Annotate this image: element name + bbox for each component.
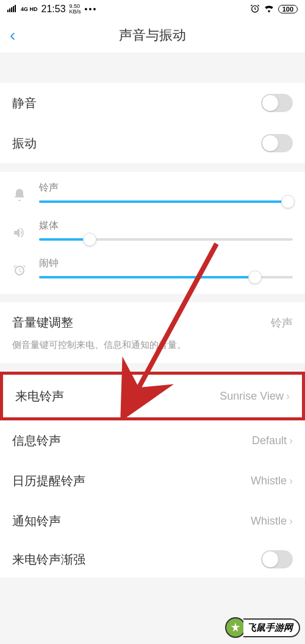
chevron-right-icon: ›	[289, 515, 293, 528]
section-gap	[0, 363, 305, 372]
more-icon[interactable]: •••	[85, 4, 98, 14]
calendar-ringtone-label: 日历提醒铃声	[12, 473, 85, 489]
ringtone-slider[interactable]	[39, 200, 293, 203]
svg-rect-1	[9, 9, 10, 12]
notification-ringtone-value: Whistle ›	[251, 515, 293, 528]
svg-rect-0	[7, 10, 9, 12]
section-gap	[0, 163, 305, 172]
status-left: 4G HD 21:53 9.50 KB/s •••	[7, 4, 97, 15]
section-gap	[0, 52, 305, 83]
watermark-icon	[225, 617, 246, 638]
mute-label: 静音	[12, 95, 37, 111]
ringtone-slider-row: 铃声	[12, 182, 293, 206]
incoming-ringtone-value: Sunrise View ›	[220, 390, 290, 403]
gradual-ringtone-label: 来电铃声渐强	[12, 551, 85, 568]
message-ringtone-label: 信息铃声	[12, 433, 61, 449]
status-right: 100	[250, 4, 298, 15]
mute-toggle[interactable]	[261, 94, 293, 112]
chevron-right-icon: ›	[289, 434, 293, 447]
battery-indicator: 100	[278, 5, 298, 13]
alarm-icon	[12, 263, 29, 281]
watermark: 飞鼠手游网	[225, 617, 300, 638]
message-ringtone-value: Default ›	[252, 434, 293, 447]
mute-row[interactable]: 静音	[0, 83, 305, 123]
ringtone-slider-label: 铃声	[39, 182, 293, 194]
net-speed: 9.50 KB/s	[70, 4, 81, 15]
svg-rect-4	[15, 5, 16, 12]
time-label: 21:53	[41, 4, 66, 15]
signal-icon	[7, 5, 17, 13]
volume-key-section[interactable]: 音量键调整 铃声 侧音量键可控制来电、信息和通知的音量。	[0, 302, 305, 363]
message-ringtone-row[interactable]: 信息铃声 Default ›	[0, 420, 305, 461]
notification-ringtone-label: 通知铃声	[12, 513, 61, 529]
alarm-slider[interactable]	[39, 276, 293, 278]
bell-icon	[12, 188, 29, 206]
incoming-ringtone-row[interactable]: 来电铃声 Sunrise View ›	[0, 372, 305, 420]
alarm-slider-row: 闹钟	[12, 257, 293, 281]
media-slider[interactable]	[39, 238, 293, 241]
speaker-icon	[12, 225, 29, 244]
gradual-ringtone-toggle[interactable]	[261, 550, 293, 568]
calendar-ringtone-value: Whistle ›	[251, 475, 293, 487]
media-slider-row: 媒体	[12, 219, 293, 244]
svg-rect-3	[13, 6, 14, 12]
calendar-ringtone-row[interactable]: 日历提醒铃声 Whistle ›	[0, 461, 305, 501]
page-title: 声音与振动	[119, 26, 186, 44]
notification-ringtone-row[interactable]: 通知铃声 Whistle ›	[0, 501, 305, 541]
gradual-ringtone-row[interactable]: 来电铃声渐强	[0, 541, 305, 578]
incoming-ringtone-label: 来电铃声	[15, 388, 64, 405]
status-bar: 4G HD 21:53 9.50 KB/s ••• 100	[0, 0, 305, 18]
vibrate-toggle[interactable]	[261, 134, 293, 152]
chevron-right-icon: ›	[289, 475, 293, 487]
chevron-right-icon: ›	[286, 390, 290, 403]
page-header: ‹ 声音与振动	[0, 18, 305, 52]
alarm-slider-label: 闹钟	[39, 257, 293, 270]
svg-rect-2	[11, 7, 12, 12]
wifi-icon	[264, 4, 274, 15]
watermark-text: 飞鼠手游网	[243, 618, 300, 637]
vibrate-label: 振动	[12, 135, 37, 152]
volume-key-label: 音量键调整	[12, 314, 73, 331]
network-label: 4G HD	[21, 6, 38, 12]
back-button[interactable]: ‹	[10, 26, 28, 45]
alarm-status-icon	[250, 4, 260, 15]
media-slider-label: 媒体	[39, 219, 293, 232]
volume-key-value: 铃声	[271, 316, 293, 330]
section-gap	[0, 294, 305, 302]
vibrate-row[interactable]: 振动	[0, 123, 305, 163]
volume-key-description: 侧音量键可控制来电、信息和通知的音量。	[12, 339, 293, 351]
volume-sliders-section: 铃声 媒体 闹钟	[0, 172, 305, 294]
